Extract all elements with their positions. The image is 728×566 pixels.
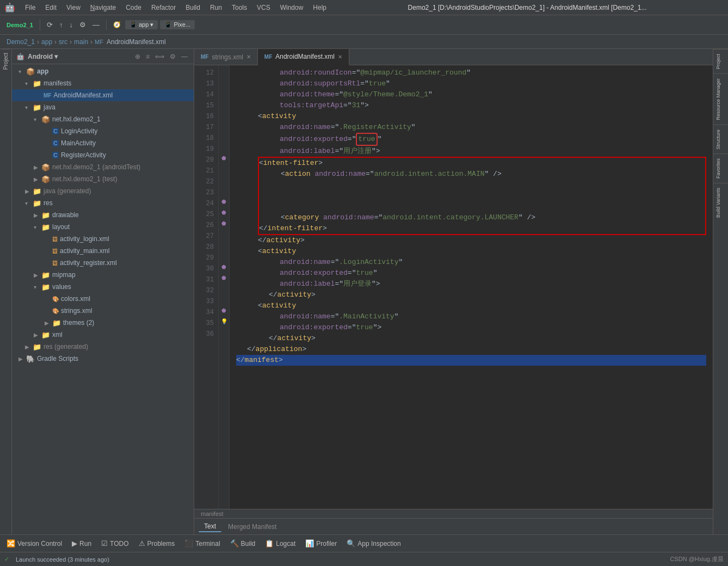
eq-29b: "	[372, 279, 376, 290]
panel-close-btn[interactable]: —	[180, 52, 189, 61]
tree-arrow-gradle: ▶	[18, 356, 25, 362]
tree-item-values[interactable]: ▾ 📁 values	[12, 281, 194, 293]
right-tab-favorites[interactable]: Favorites	[713, 153, 728, 183]
gutter-16	[219, 109, 229, 120]
tree-arrow-manifests: ▾	[25, 81, 32, 87]
run-btn-app-inspection[interactable]: 🔍 App Inspection	[342, 538, 405, 549]
tree-label-java: java	[44, 103, 55, 111]
toolbar-navigate-btn[interactable]: 🧭	[111, 20, 123, 29]
right-tab-project[interactable]: Project	[713, 49, 728, 73]
menu-refactor[interactable]: Refactor	[147, 3, 180, 13]
menu-tools[interactable]: Tools	[227, 3, 251, 13]
terminal-icon: ⬛	[184, 539, 193, 547]
tree-item-layout[interactable]: ▾ 📁 layout	[12, 221, 194, 233]
run-btn-terminal[interactable]: ⬛ Terminal	[180, 538, 224, 549]
right-tab-resource-manager[interactable]: Resource Manager	[713, 73, 728, 125]
project-tab[interactable]: Project	[2, 49, 10, 73]
toolbar-pixel-btn[interactable]: 📱 Pixe...	[160, 20, 195, 29]
toolbar-nav-up[interactable]: ↑	[57, 20, 65, 30]
run-btn-profiler[interactable]: 📊 Profiler	[301, 538, 341, 549]
right-tab-structure[interactable]: Structure	[713, 125, 728, 154]
tree-item-loginactivity[interactable]: ▶ C LoginActivity	[12, 125, 194, 137]
breadcrumb-app[interactable]: app	[41, 38, 52, 46]
tree-arrow-mipmap: ▶	[34, 272, 40, 278]
tree-item-java[interactable]: ▾ 📁 java	[12, 101, 194, 113]
tree-item-registeractivity[interactable]: ▶ C RegisterActivity	[12, 149, 194, 161]
menu-build[interactable]: Build	[181, 3, 205, 13]
tree-item-activity-main[interactable]: ▶ 🖼 activity_main.xml	[12, 245, 194, 257]
tree-item-mipmap[interactable]: ▶ 📁 mipmap	[12, 269, 194, 281]
tree-item-drawable[interactable]: ▶ 📁 drawable	[12, 209, 194, 221]
tab-strings-close[interactable]: ✕	[246, 54, 251, 60]
problems-icon: ⚠	[139, 539, 145, 547]
attr-name-21: android:name	[311, 169, 366, 180]
tree-item-app[interactable]: ▾ 📦 app	[12, 65, 194, 77]
tree-item-res-gen[interactable]: ▶ 📁 res (generated)	[12, 341, 194, 353]
toolbar: Demo2_1 ⟳ ↑ ↓ ⚙ — 🧭 📱 app ▾ 📱 Pixe...	[0, 15, 728, 35]
tree-item-mainactivity[interactable]: ▶ C MainActivity	[12, 137, 194, 149]
run-btn-run[interactable]: ▶ Run	[67, 538, 96, 549]
bracket-35: </	[247, 344, 256, 355]
code-line-28: android:exported="true"	[236, 268, 706, 279]
tree-label-activity-register: activity_register.xml	[60, 259, 117, 267]
run-btn-problems[interactable]: ⚠ Problems	[134, 538, 180, 549]
toolbar-nav-down[interactable]: ↓	[67, 20, 75, 30]
toolbar-demo-btn[interactable]: Demo2_1	[4, 21, 35, 29]
tab-manifest-icon: MF	[264, 54, 272, 60]
panel-settings-btn[interactable]: ⚙	[168, 52, 177, 61]
tree-item-gradle[interactable]: ▶ 🐘 Gradle Scripts	[12, 353, 194, 365]
toolbar-settings[interactable]: ⚙	[77, 20, 88, 30]
gutter-30: ⬟	[219, 261, 229, 272]
menu-run[interactable]: Run	[206, 3, 226, 13]
tab-manifest[interactable]: MF AndroidManifest.xml ✕	[258, 49, 349, 65]
menu-view[interactable]: View	[62, 3, 85, 13]
menu-edit[interactable]: Edit	[41, 3, 61, 13]
tree-item-activity-login[interactable]: ▶ 🖼 activity_login.xml	[12, 233, 194, 245]
tree-item-xml[interactable]: ▶ 📁 xml	[12, 329, 194, 341]
tree-item-package-main[interactable]: ▾ 📦 net.hxl.demo2_1	[12, 113, 194, 125]
toolbar-sync-btn[interactable]: ⟳	[45, 20, 55, 30]
breadcrumb-src[interactable]: src	[59, 38, 67, 46]
tree-item-package-android[interactable]: ▶ 📦 net.hxl.demo2_1 (androidTest)	[12, 161, 194, 173]
tree-item-package-test[interactable]: ▶ 📦 net.hxl.demo2_1 (test)	[12, 173, 194, 185]
panel-locate-btn[interactable]: ⊕	[133, 52, 142, 61]
tree-label-themes: themes (2)	[63, 319, 94, 327]
tree-item-themes[interactable]: ▶ 📁 themes (2)	[12, 317, 194, 329]
tree-item-androidmanifest[interactable]: ▶ MF AndroidManifest.xml	[12, 89, 194, 101]
menu-window[interactable]: Window	[276, 3, 308, 13]
attr-name-23: android:name	[319, 212, 374, 223]
panel-collapse-btn[interactable]: ⟺	[153, 52, 166, 61]
menu-file[interactable]: File	[21, 3, 40, 13]
tab-manifest-close[interactable]: ✕	[338, 54, 342, 60]
menu-vcs[interactable]: VCS	[252, 3, 275, 13]
tree-arrow-themes: ▶	[45, 320, 51, 326]
code-content[interactable]: android:roundIcon="@mipmap/ic_launcher_r…	[230, 65, 713, 509]
tree-item-res[interactable]: ▾ 📁 res	[12, 197, 194, 209]
breadcrumb-demo[interactable]: Demo2_1	[7, 38, 35, 46]
run-btn-build[interactable]: 🔨 Build	[226, 538, 260, 549]
menu-help[interactable]: Help	[309, 3, 331, 13]
eq-17: ="	[331, 122, 340, 133]
run-btn-version-control[interactable]: 🔀 Version Control	[2, 538, 66, 549]
tree-item-java-gen[interactable]: ▶ 📁 java (generated)	[12, 185, 194, 197]
run-btn-logcat[interactable]: 📋 Logcat	[261, 538, 300, 549]
android-icon: 🤖	[16, 53, 24, 60]
menu-code[interactable]: Code	[121, 3, 146, 13]
tree-item-colors[interactable]: ▶ 🎨 colors.xml	[12, 293, 194, 305]
toolbar-minimize[interactable]: —	[90, 20, 102, 30]
toolbar-app-btn[interactable]: 📱 app ▾	[125, 20, 158, 29]
tab-text[interactable]: Text	[199, 521, 221, 532]
menu-navigate[interactable]: Navigate	[86, 3, 120, 13]
val-21: android.intent.action.MAIN	[374, 169, 485, 180]
run-btn-todo[interactable]: ☑ TODO	[97, 538, 133, 549]
tab-merged-manifest[interactable]: Merged Manifest	[223, 522, 282, 532]
tree-item-activity-register[interactable]: ▶ 🖼 activity_register.xml	[12, 257, 194, 269]
panel-expand-btn[interactable]: ≡	[144, 52, 151, 61]
breadcrumb-main[interactable]: main	[74, 38, 88, 46]
activity-register-icon: 🖼	[52, 260, 58, 266]
right-tab-build-variants[interactable]: Build Variants	[713, 183, 728, 222]
tree-item-strings[interactable]: ▶ 🎨 strings.xml	[12, 305, 194, 317]
tab-strings[interactable]: MF strings.xml ✕	[194, 49, 258, 65]
tree-item-manifests[interactable]: ▾ 📁 manifests	[12, 77, 194, 89]
eq-32: ="	[331, 311, 340, 322]
